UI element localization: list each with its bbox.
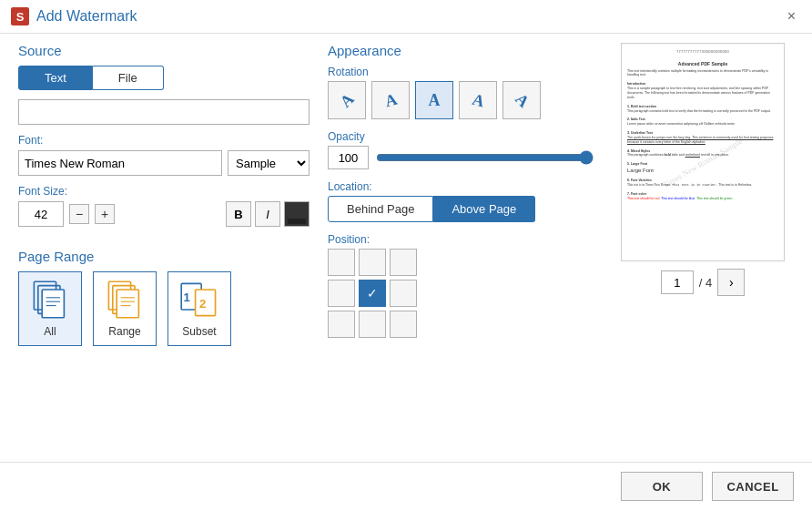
cancel-button[interactable]: CANCEL xyxy=(712,472,794,501)
position-label: Position: xyxy=(328,233,594,246)
rotation-345[interactable]: A xyxy=(371,81,410,119)
bold-button[interactable]: B xyxy=(226,201,251,227)
font-name-input[interactable] xyxy=(18,150,222,176)
right-panel: 77777777777330000000000 Advanced PDF Sam… xyxy=(612,43,794,453)
font-size-input[interactable] xyxy=(18,201,64,227)
appearance-title: Appearance xyxy=(328,43,594,58)
preview-watermark-number: 77777777777330000000000 xyxy=(622,44,784,56)
behind-page-button[interactable]: Behind Page xyxy=(328,196,433,222)
all-pages-icon xyxy=(30,280,70,321)
pos-2[interactable] xyxy=(390,249,417,276)
preview-text: This text intentionally contains multipl… xyxy=(627,69,778,201)
rotation-315[interactable]: A xyxy=(328,81,366,119)
color-swatch-inner xyxy=(288,219,306,224)
title-bar: S Add Watermark × xyxy=(0,0,812,34)
range-all-button[interactable]: All xyxy=(18,271,82,346)
dialog-add-watermark: S Add Watermark × Source Text File Font:… xyxy=(0,0,812,510)
font-sample-select[interactable]: Sample xyxy=(228,150,310,176)
font-size-decrease[interactable]: − xyxy=(69,204,89,224)
preview-content: Advanced PDF Sample This text intentiona… xyxy=(622,56,784,207)
range-subset-label: Subset xyxy=(182,325,216,338)
opacity-label: Opacity xyxy=(328,130,594,143)
font-row: Sample xyxy=(18,150,310,176)
rotation-label: Rotation xyxy=(328,66,594,78)
location-label: Location: xyxy=(328,180,594,193)
dialog-title: Add Watermark xyxy=(36,8,782,25)
opacity-row xyxy=(328,146,594,169)
next-page-button[interactable]: › xyxy=(717,269,745,296)
pos-8[interactable] xyxy=(390,311,417,338)
range-all-label: All xyxy=(44,325,56,338)
page-range-icons: All Range xyxy=(18,271,310,346)
page-range-title: Page Range xyxy=(18,249,310,264)
ok-button[interactable]: OK xyxy=(621,472,703,501)
font-size-increase[interactable]: + xyxy=(95,204,115,224)
app-icon: S xyxy=(11,7,29,26)
range-range-button[interactable]: Range xyxy=(93,271,157,346)
close-button[interactable]: × xyxy=(782,7,801,26)
svg-rect-2 xyxy=(42,290,64,318)
preview-doc-title: Advanced PDF Sample xyxy=(627,61,778,67)
tab-file[interactable]: File xyxy=(93,66,164,90)
svg-text:2: 2 xyxy=(199,297,206,311)
rotation-0[interactable]: A xyxy=(415,81,453,119)
source-section: Source Text File Font: Sample Font Size:… xyxy=(18,43,310,241)
location-row: Behind Page Above Page xyxy=(328,196,594,222)
format-buttons: B I xyxy=(226,201,310,227)
pos-7[interactable] xyxy=(359,311,386,338)
range-subset-button[interactable]: 1 2 Subset xyxy=(167,271,231,346)
font-label: Font: xyxy=(18,134,310,147)
above-page-button[interactable]: Above Page xyxy=(433,196,535,222)
opacity-input[interactable] xyxy=(328,146,369,169)
pos-5[interactable] xyxy=(390,280,417,307)
font-size-label: Font Size: xyxy=(18,185,310,198)
rotation-15[interactable]: A xyxy=(459,81,497,119)
pos-0[interactable] xyxy=(328,249,355,276)
svg-rect-8 xyxy=(117,290,138,318)
pos-6[interactable] xyxy=(328,311,355,338)
source-title: Source xyxy=(18,43,310,58)
tab-text[interactable]: Text xyxy=(18,66,93,90)
rotation-group: A A A A A xyxy=(328,81,594,119)
dialog-footer: OK CANCEL xyxy=(0,462,812,510)
range-pages-icon xyxy=(105,280,145,321)
preview-area: 77777777777330000000000 Advanced PDF Sam… xyxy=(621,43,785,261)
dialog-body: Source Text File Font: Sample Font Size:… xyxy=(0,34,812,462)
rotation-45[interactable]: A xyxy=(502,81,541,119)
source-tab-group: Text File xyxy=(18,66,310,90)
color-swatch[interactable] xyxy=(284,201,310,227)
pos-1[interactable] xyxy=(359,249,386,276)
left-panel: Source Text File Font: Sample Font Size:… xyxy=(18,43,310,453)
pos-3[interactable] xyxy=(328,280,355,307)
range-range-label: Range xyxy=(108,325,140,338)
watermark-text-input[interactable] xyxy=(18,99,310,125)
page-total: / 4 xyxy=(699,276,712,290)
opacity-slider[interactable] xyxy=(376,150,594,165)
pos-4[interactable] xyxy=(359,280,386,307)
italic-button[interactable]: I xyxy=(255,201,280,227)
subset-pages-icon: 1 2 xyxy=(179,280,219,321)
page-range-section: Page Range All xyxy=(18,249,310,346)
preview-nav: / 4 › xyxy=(661,269,745,296)
svg-text:1: 1 xyxy=(183,291,189,304)
position-grid xyxy=(328,249,594,338)
middle-panel: Appearance Rotation A A A A A xyxy=(328,43,594,453)
page-number-input[interactable] xyxy=(661,270,694,294)
font-size-row: − + B I xyxy=(18,201,310,227)
